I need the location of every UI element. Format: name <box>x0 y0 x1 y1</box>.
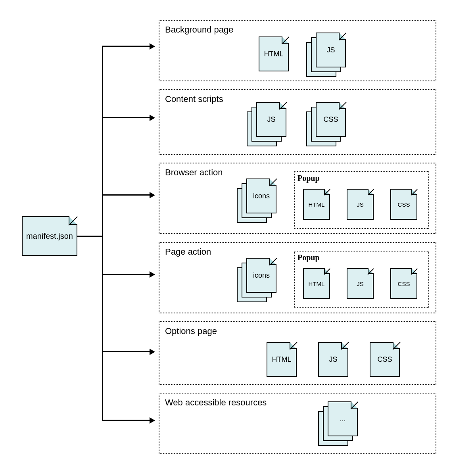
connector-line <box>102 351 150 352</box>
file-css-icon: CSS <box>390 268 417 299</box>
file-label: HTML <box>264 50 284 58</box>
arrow-icon <box>150 417 155 424</box>
popup-title: Popup <box>295 251 428 262</box>
arrow-icon <box>150 271 155 278</box>
section-title: Web accessible resources <box>165 397 430 408</box>
popup-title: Popup <box>295 172 428 183</box>
connector-line <box>102 46 150 47</box>
section-web-accessible-resources: Web accessible resources ... <box>159 393 436 454</box>
file-html-icon: HTML <box>303 268 330 299</box>
section-background-page: Background page HTML JS <box>159 20 436 81</box>
section-title: Content scripts <box>165 94 430 104</box>
section-browser-action: Browser action icons Popup HTML JS CSS <box>159 163 436 234</box>
file-css-icon: CSS <box>390 189 417 220</box>
file-js-icon: JS <box>347 189 374 220</box>
connector-line <box>77 236 103 237</box>
file-label: CSS <box>398 201 410 208</box>
file-label: ... <box>340 415 345 423</box>
file-html-icon: HTML <box>303 189 330 220</box>
section-title: Options page <box>165 326 430 336</box>
manifest-file-icon: manifest.json <box>22 216 77 256</box>
section-page-action: Page action icons Popup HTML JS CSS <box>159 242 436 313</box>
connector-line <box>102 420 150 421</box>
section-title: Background page <box>165 25 430 35</box>
diagram-root: manifest.json Background page HTML JS <box>0 0 476 476</box>
file-label: icons <box>253 271 270 280</box>
file-label: HTML <box>272 355 292 364</box>
file-css-icon: CSS <box>370 342 400 377</box>
file-html-icon: HTML <box>267 342 297 377</box>
file-label: JS <box>357 201 364 208</box>
section-content-scripts: Content scripts JS CSS <box>159 89 436 155</box>
file-label: icons <box>253 192 270 200</box>
file-label: JS <box>326 46 335 54</box>
connector-line <box>102 46 103 420</box>
file-js-icon: JS <box>347 268 374 299</box>
file-label: CSS <box>398 280 410 287</box>
file-js-icon: JS <box>318 342 348 377</box>
manifest-file-label: manifest.json <box>26 232 73 241</box>
file-label: CSS <box>377 355 392 364</box>
arrow-icon <box>150 43 155 50</box>
file-label: JS <box>267 115 275 124</box>
connector-line <box>102 117 150 118</box>
popup-box: Popup HTML JS CSS <box>294 251 429 308</box>
file-label: HTML <box>309 201 325 208</box>
file-html-icon: HTML <box>259 36 289 71</box>
arrow-icon <box>150 349 155 355</box>
file-label: HTML <box>309 280 325 287</box>
file-label: CSS <box>323 115 338 124</box>
popup-box: Popup HTML JS CSS <box>294 171 429 229</box>
section-options-page: Options page HTML JS CSS <box>159 321 436 385</box>
file-label: JS <box>357 280 364 287</box>
connector-line <box>102 194 150 196</box>
file-label: JS <box>329 355 337 364</box>
connector-line <box>102 274 150 275</box>
arrow-icon <box>150 192 155 198</box>
arrow-icon <box>150 115 155 121</box>
